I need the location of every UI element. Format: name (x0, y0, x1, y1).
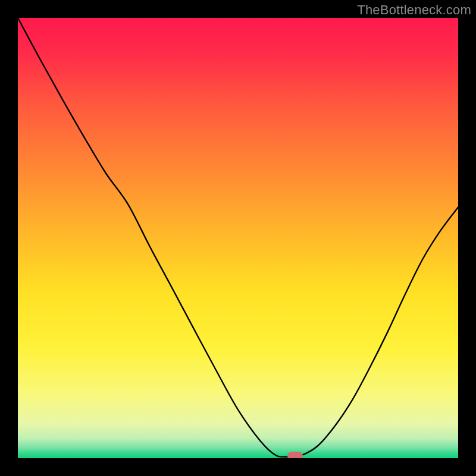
bottleneck-curve (18, 18, 458, 458)
plot-area (18, 18, 458, 458)
chart-frame: TheBottleneck.com (0, 0, 476, 476)
watermark-text: TheBottleneck.com (357, 2, 471, 18)
optimum-marker (287, 452, 303, 458)
